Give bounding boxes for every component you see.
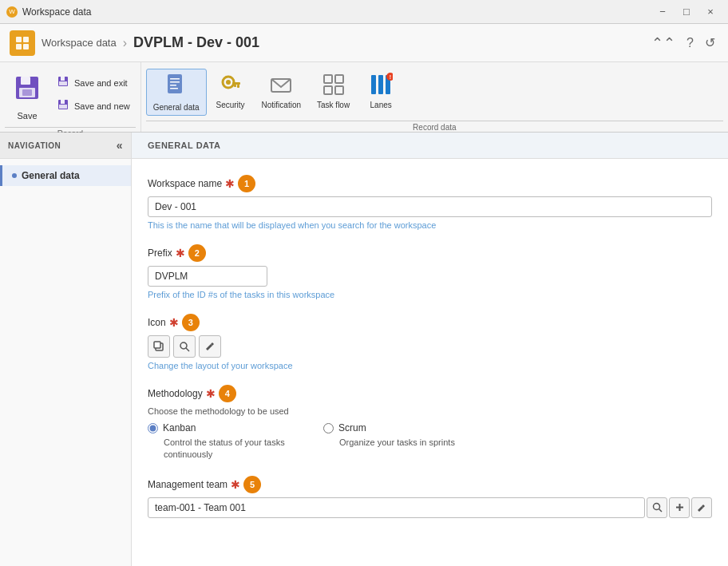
- svg-rect-17: [170, 85, 176, 86]
- svg-rect-5: [21, 77, 30, 85]
- ribbon-record-data-label: Record data: [146, 121, 723, 132]
- breadcrumb-root: Workspace data: [42, 37, 117, 49]
- kanban-option: Kanban Control the status of your tasks …: [148, 422, 291, 461]
- kanban-radio[interactable]: [148, 423, 158, 433]
- svg-rect-14: [168, 74, 182, 93]
- svg-rect-25: [324, 75, 332, 83]
- save-new-icon: [57, 98, 69, 113]
- kanban-radio-row[interactable]: Kanban: [148, 422, 291, 433]
- tab-lanes[interactable]: ! Lanes: [358, 69, 403, 113]
- workspace-name-step-badge: 1: [238, 175, 255, 192]
- header-bar: Workspace data › DVPLM - Dev - 001 ⌃⌃ ? …: [0, 24, 728, 62]
- svg-rect-27: [324, 86, 332, 94]
- task-flow-icon: [322, 73, 346, 99]
- prefix-hint: Prefix of the ID #s of the tasks in this…: [148, 290, 712, 299]
- management-team-input[interactable]: [148, 497, 645, 518]
- breadcrumb-separator: ›: [123, 36, 127, 50]
- sidebar-item-indicator: [12, 173, 17, 178]
- save-label: Save: [17, 111, 37, 121]
- header-actions[interactable]: ⌃⌃ ? ↺: [648, 31, 718, 55]
- scrum-radio[interactable]: [323, 423, 334, 433]
- title-bar-text: Workspace data: [22, 6, 92, 18]
- app-icon: W: [6, 6, 18, 18]
- workspace-name-input[interactable]: [148, 196, 712, 217]
- workspace-name-label: Workspace name: [148, 178, 222, 189]
- sidebar-item-general-data-label: General data: [22, 170, 80, 181]
- save-new-disk-icon: [57, 98, 69, 111]
- prefix-input[interactable]: [148, 266, 267, 287]
- tab-security[interactable]: Security: [208, 69, 253, 113]
- tab-task-flow[interactable]: Task flow: [310, 69, 357, 113]
- sidebar-nav: General data: [0, 159, 131, 192]
- svg-rect-10: [59, 81, 67, 85]
- help-button[interactable]: ?: [683, 33, 697, 53]
- save-and-exit-button[interactable]: Save and exit: [51, 72, 136, 93]
- save-new-label: Save and new: [74, 101, 130, 111]
- window-controls[interactable]: − □ ×: [651, 4, 722, 20]
- scrum-radio-row[interactable]: Scrum: [323, 422, 455, 433]
- svg-rect-12: [61, 100, 65, 104]
- navigate-up-button[interactable]: ⌃⌃: [648, 31, 679, 55]
- breadcrumb-app-icon: [10, 30, 35, 56]
- ribbon-record-buttons: Save Save and exit: [5, 65, 136, 125]
- main-layout: NAVIGATION « General data GENERAL DATA W…: [0, 133, 728, 566]
- management-team-step-badge: 5: [243, 476, 261, 493]
- save-exit-disk-icon: [57, 75, 69, 88]
- ribbon-record-data-section: General data Security: [141, 62, 728, 132]
- icon-edit-button[interactable]: [199, 335, 221, 358]
- svg-rect-13: [59, 105, 67, 109]
- icon-selector-row: [148, 335, 712, 358]
- refresh-button[interactable]: ↺: [702, 32, 718, 53]
- close-button[interactable]: ×: [699, 4, 722, 20]
- save-exit-icon: [57, 75, 69, 90]
- save-and-new-button[interactable]: Save and new: [51, 95, 136, 117]
- content-body: Workspace name ✱ 1 This is the name that…: [132, 159, 728, 548]
- methodology-radio-group: Kanban Control the status of your tasks …: [148, 422, 712, 461]
- prefix-step-badge: 2: [188, 244, 206, 262]
- tab-notification[interactable]: Notification: [255, 69, 308, 113]
- breadcrumb: Workspace data › DVPLM - Dev - 001: [10, 30, 259, 56]
- svg-point-36: [180, 342, 187, 349]
- sidebar-header: NAVIGATION «: [0, 133, 131, 159]
- icon-label-row: Icon ✱ 3: [148, 314, 712, 331]
- methodology-required: ✱: [206, 387, 216, 400]
- tab-lanes-label: Lanes: [370, 101, 392, 109]
- scrum-description: Organize your tasks in sprints: [339, 437, 455, 449]
- lanes-columns-icon: !: [369, 73, 393, 97]
- pencil-icon: [204, 341, 216, 352]
- tab-general-data-label: General data: [153, 103, 200, 112]
- management-team-field: Management team ✱ 5: [148, 476, 712, 518]
- svg-rect-1: [23, 37, 29, 42]
- icon-step-badge: 3: [182, 314, 200, 331]
- svg-rect-15: [170, 78, 180, 80]
- prefix-label: Prefix: [148, 247, 172, 259]
- management-team-search-button[interactable]: [647, 497, 667, 518]
- security-icon: [219, 73, 243, 99]
- methodology-hint: Choose the methodology to be used: [148, 406, 712, 416]
- svg-rect-28: [335, 86, 343, 94]
- svg-rect-0: [16, 37, 22, 42]
- maximize-button[interactable]: □: [675, 4, 698, 20]
- icon-copy-button[interactable]: [148, 335, 170, 358]
- workspace-icon-svg: [14, 35, 30, 51]
- svg-rect-26: [335, 75, 343, 83]
- icon-search-button[interactable]: [173, 335, 196, 358]
- minimize-button[interactable]: −: [651, 4, 674, 20]
- notification-envelope-icon: [269, 73, 293, 97]
- management-team-label-row: Management team ✱ 5: [148, 476, 712, 493]
- navigation-sidebar: NAVIGATION « General data: [0, 133, 132, 566]
- sidebar-item-general-data[interactable]: General data: [0, 165, 131, 186]
- prefix-label-row: Prefix ✱ 2: [148, 244, 712, 262]
- methodology-label-row: Methodology ✱ 4: [148, 385, 712, 402]
- search-icon: [179, 341, 190, 352]
- workspace-name-required: ✱: [225, 177, 235, 190]
- tab-general-data[interactable]: General data: [146, 69, 207, 116]
- save-button[interactable]: Save: [5, 69, 49, 125]
- management-team-edit-button[interactable]: [691, 497, 712, 518]
- management-team-input-row: [148, 497, 712, 518]
- notification-icon: [269, 73, 293, 99]
- svg-point-38: [653, 504, 659, 510]
- sidebar-collapse-button[interactable]: «: [117, 139, 123, 152]
- management-team-add-button[interactable]: [669, 497, 690, 518]
- ribbon-tab-buttons: General data Security: [146, 65, 723, 119]
